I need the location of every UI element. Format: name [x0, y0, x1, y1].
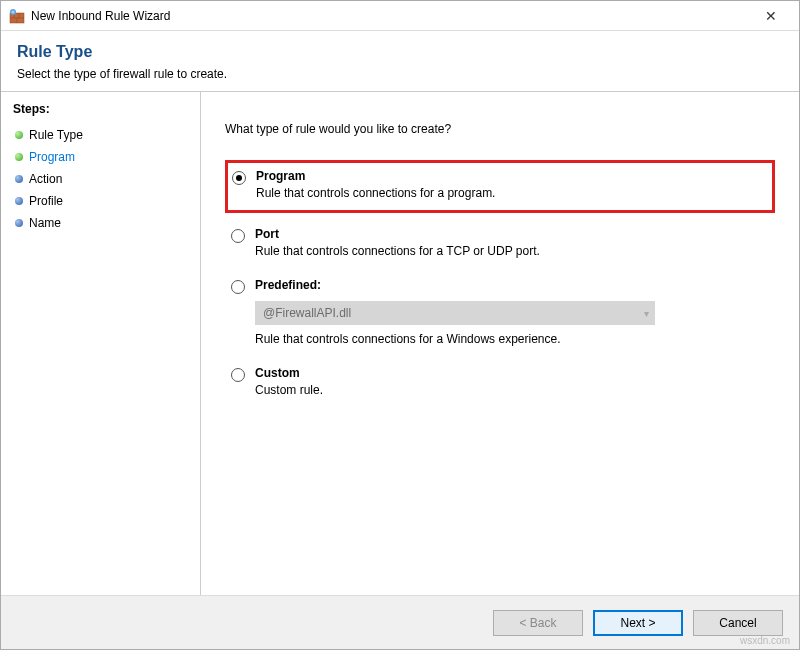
content-question: What type of rule would you like to crea…	[225, 122, 775, 136]
step-rule-type[interactable]: Rule Type	[13, 124, 188, 146]
bullet-icon	[15, 175, 23, 183]
cancel-button[interactable]: Cancel	[693, 610, 783, 636]
option-port[interactable]: Port Rule that controls connections for …	[225, 219, 775, 266]
option-desc: Rule that controls connections for a TCP…	[255, 244, 540, 258]
dropdown-value: @FirewallAPI.dll	[263, 306, 351, 320]
option-title: Program	[256, 169, 495, 183]
option-desc: Rule that controls connections for a pro…	[256, 186, 495, 200]
step-action[interactable]: Action	[13, 168, 188, 190]
step-label: Action	[29, 172, 62, 186]
steps-sidebar: Steps: Rule Type Program Action Profile …	[1, 92, 201, 595]
next-button[interactable]: Next >	[593, 610, 683, 636]
window-title: New Inbound Rule Wizard	[31, 9, 751, 23]
step-label: Rule Type	[29, 128, 83, 142]
steps-label: Steps:	[13, 102, 188, 116]
option-program-text: Program Rule that controls connections f…	[256, 169, 495, 200]
step-program[interactable]: Program	[13, 146, 188, 168]
svg-point-6	[11, 10, 14, 13]
watermark: wsxdn.com	[740, 635, 790, 646]
content-area: What type of rule would you like to crea…	[201, 92, 799, 595]
step-profile[interactable]: Profile	[13, 190, 188, 212]
page-subtitle: Select the type of firewall rule to crea…	[17, 67, 783, 81]
predefined-dropdown: @FirewallAPI.dll	[255, 301, 655, 325]
option-port-text: Port Rule that controls connections for …	[255, 227, 540, 258]
option-title: Predefined:	[255, 278, 655, 292]
option-title: Custom	[255, 366, 323, 380]
step-name[interactable]: Name	[13, 212, 188, 234]
option-program[interactable]: Program Rule that controls connections f…	[225, 160, 775, 213]
bullet-icon	[15, 197, 23, 205]
option-predefined-text: Predefined: @FirewallAPI.dll Rule that c…	[255, 278, 655, 346]
close-button[interactable]: ✕	[751, 2, 791, 30]
bullet-icon	[15, 219, 23, 227]
radio-port[interactable]	[231, 229, 245, 243]
option-desc: Rule that controls connections for a Win…	[255, 332, 655, 346]
step-label: Profile	[29, 194, 63, 208]
option-desc: Custom rule.	[255, 383, 323, 397]
option-custom[interactable]: Custom Custom rule.	[225, 358, 775, 405]
titlebar: New Inbound Rule Wizard ✕	[1, 1, 799, 31]
bullet-icon	[15, 131, 23, 139]
option-title: Port	[255, 227, 540, 241]
page-title: Rule Type	[17, 43, 783, 61]
footer: < Back Next > Cancel	[1, 595, 799, 650]
bullet-icon	[15, 153, 23, 161]
firewall-icon	[9, 8, 25, 24]
radio-predefined[interactable]	[231, 280, 245, 294]
radio-custom[interactable]	[231, 368, 245, 382]
back-button: < Back	[493, 610, 583, 636]
radio-program[interactable]	[232, 171, 246, 185]
body: Steps: Rule Type Program Action Profile …	[1, 92, 799, 595]
close-icon: ✕	[765, 8, 777, 24]
header: Rule Type Select the type of firewall ru…	[1, 31, 799, 92]
option-custom-text: Custom Custom rule.	[255, 366, 323, 397]
option-predefined[interactable]: Predefined: @FirewallAPI.dll Rule that c…	[225, 270, 775, 354]
step-label: Name	[29, 216, 61, 230]
step-label: Program	[29, 150, 75, 164]
